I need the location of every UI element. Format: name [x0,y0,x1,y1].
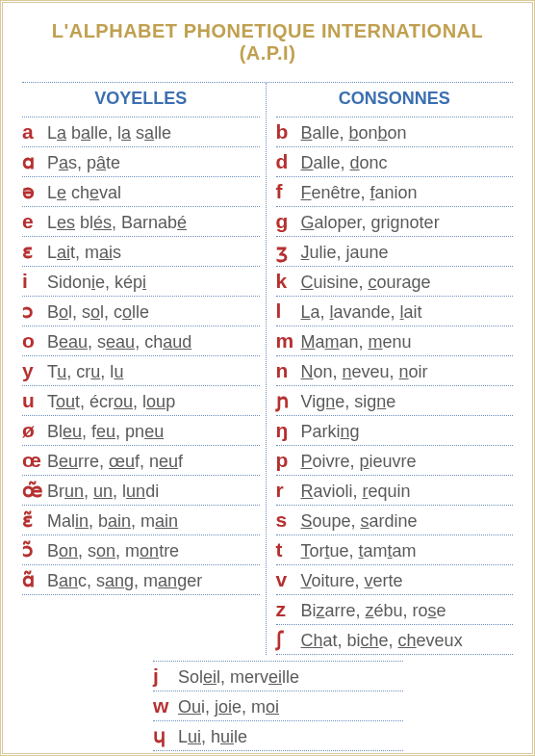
phonetic-symbol: i [22,271,47,291]
example-text: Bon, son, montre [47,540,179,562]
phonetic-symbol: ɲ [276,390,301,410]
table-row: yTu, cru, lu [22,356,260,386]
table-row: rRavioli, requin [276,476,514,506]
table-row: əLe cheval [22,177,260,207]
phonetic-symbol: z [276,599,301,619]
phonetic-symbol: ø [22,420,47,440]
phonetic-symbol: ɥ [153,725,178,745]
table-row: ŋParking [276,416,514,446]
example-text: Tout, écrou, loup [47,391,175,413]
table-row: øBleu, feu, pneu [22,416,260,446]
table-row: œBeurre, œuf, neuf [22,446,260,476]
example-text: Tu, cru, lu [47,361,123,383]
example-text: Sidonie, képi [47,272,146,294]
example-text: La, lavande, lait [301,301,422,324]
phonetic-symbol: ɑ̃ [22,569,47,589]
phonetic-symbol: t [276,539,301,560]
phonetic-symbol: g [276,211,301,231]
phonetic-symbol: j [153,665,178,686]
phonetic-symbol: d [276,151,301,171]
example-text: Soleil, merveille [178,666,299,689]
example-text: Beau, seau, chaud [47,331,191,353]
example-text: Voiture, verte [301,570,403,592]
example-text: Malin, bain, main [47,510,178,533]
phonetic-symbol: œ̃ [22,480,47,500]
vowels-list: aLa balle, la salleɑPas, pâteəLe chevale… [22,117,260,595]
table-row: dDalle, donc [276,147,514,177]
example-text: Chat, biche, cheveux [301,630,463,652]
example-text: Bleu, feu, pneu [47,421,164,443]
example-text: Beurre, œuf, neuf [47,451,183,473]
example-text: Julie, jaune [301,242,389,264]
phonetic-symbol: a [22,121,47,142]
example-text: Maman, menu [301,331,412,353]
table-row: ɛLait, mais [22,237,260,267]
example-text: Vigne, signe [301,391,396,413]
table-row: bBalle, bonbon [276,117,514,147]
table-row: ʃChat, biche, cheveux [276,625,514,655]
table-row: nNon, neveu, noir [276,356,514,386]
example-text: Oui, joie, moi [178,696,279,718]
example-text: Bizarre, zébu, rose [301,600,446,622]
table-row: kCuisine, courage [276,267,514,297]
consonants-header: CONSONNES [276,83,514,117]
table-row: fFenêtre, fanion [276,177,514,207]
example-text: Cuisine, courage [301,272,431,294]
table-row: ɑPas, pâte [22,147,260,177]
page-title: L'ALPHABET PHONETIQUE INTERNATIONAL (A.P… [22,20,513,65]
example-text: La balle, la salle [47,122,171,144]
table-row: ɔ̃Bon, son, montre [22,535,260,565]
example-text: Tortue, tamtam [301,540,417,562]
phonetic-symbol: y [22,360,47,380]
vowels-header: VOYELLES [22,83,260,117]
table-row: uTout, écrou, loup [22,386,260,416]
example-text: Non, neveu, noir [301,361,428,383]
table-row: ɑ̃Banc, sang, manger [22,565,260,595]
phonetic-symbol: b [276,121,301,142]
phonetic-symbol: ə [22,181,47,201]
phonetic-symbol: ɔ̃ [22,539,47,560]
semivowels-list: jSoleil, merveillewOui, joie, moiɥLui, h… [153,661,403,751]
example-text: Poivre, pieuvre [301,451,417,473]
table-row: iSidonie, képi [22,267,260,297]
phonetic-symbol: s [276,509,301,530]
example-text: Dalle, donc [301,152,388,174]
table-row: ɛ̃Malin, bain, main [22,506,260,535]
phonetic-symbol: w [153,695,178,716]
table-row: ʒJulie, jaune [276,237,514,267]
example-text: Parking [301,421,360,443]
phonetic-symbol: e [22,211,47,231]
example-text: Soupe, sardine [301,510,418,533]
table-row: mMaman, menu [276,326,514,356]
phonetic-symbol: v [276,569,301,589]
vowels-column: VOYELLES aLa balle, la salleɑPas, pâteəL… [22,83,267,655]
example-text: Ravioli, requin [301,481,411,503]
table-row: tTortue, tamtam [276,535,514,565]
phonetic-symbol: ʃ [276,629,301,649]
example-text: Pas, pâte [47,152,120,174]
table-row: oBeau, seau, chaud [22,326,260,356]
example-text: Fenêtre, fanion [301,182,418,204]
example-text: Les blés, Barnabé [47,212,187,234]
example-text: Lui, huile [178,726,247,748]
consonants-column: CONSONNES bBalle, bonbondDalle, doncfFen… [267,83,514,655]
phonetic-symbol: p [276,450,301,470]
table-row: sSoupe, sardine [276,506,514,535]
table-row: vVoiture, verte [276,565,514,595]
phonetic-symbol: ŋ [276,420,301,440]
example-text: Lait, mais [47,242,121,264]
table-row: wOui, joie, moi [153,691,403,721]
phonetic-symbol: k [276,271,301,291]
table-row: ɔBol, sol, colle [22,297,260,326]
phonetic-symbol: ɛ [22,241,47,261]
table-row: œ̃Brun, un, lundi [22,476,260,506]
phonetic-symbol: f [276,181,301,201]
columns: VOYELLES aLa balle, la salleɑPas, pâteəL… [22,82,513,655]
table-row: eLes blés, Barnabé [22,207,260,237]
phonetic-symbol: o [22,330,47,351]
phonetic-symbol: ɑ [22,151,47,171]
phonetic-symbol: r [276,480,301,500]
example-text: Brun, un, lundi [47,481,159,503]
table-row: ɥLui, huile [153,721,403,751]
example-text: Le cheval [47,182,121,204]
